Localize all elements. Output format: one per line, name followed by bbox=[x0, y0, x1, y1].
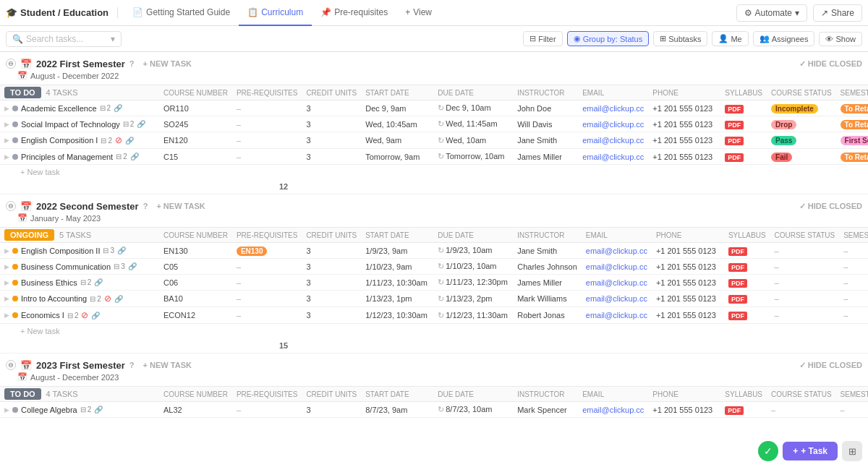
semester-3-hide-closed[interactable]: ✓ HIDE CLOSED bbox=[799, 361, 862, 370]
semester-2-section: ⊖ 📅 2022 Second Semester ? + NEW TASK ✓ … bbox=[0, 194, 868, 354]
me-button[interactable]: 👤 Me bbox=[712, 31, 748, 46]
me-icon: 👤 bbox=[718, 34, 728, 43]
expand-icon[interactable]: ▶ bbox=[4, 406, 9, 414]
assignees-button[interactable]: 👥 Assignees bbox=[753, 31, 815, 46]
app-title: 🎓 Student / Education bbox=[6, 7, 118, 18]
syllabus: PDF bbox=[720, 116, 767, 132]
expand-icon[interactable]: ▶ bbox=[4, 121, 9, 128]
task-name[interactable]: Social Impact of Technology bbox=[21, 120, 120, 129]
automate-button[interactable]: ⚙ Automate ▾ bbox=[736, 4, 807, 22]
expand-icon[interactable]: ▶ bbox=[4, 105, 9, 112]
col-phone-header: PHONE bbox=[648, 85, 720, 100]
filter-button[interactable]: ⊟ Filter bbox=[523, 31, 562, 46]
due-date: ↻1/9/23, 10am bbox=[433, 243, 513, 259]
chevron-down-icon: ▾ bbox=[111, 34, 115, 44]
syllabus: PDF bbox=[724, 291, 770, 307]
prereq-icon: 📌 bbox=[320, 7, 331, 17]
calendar-icon: 📅 bbox=[20, 59, 32, 69]
expand-icon[interactable]: ▶ bbox=[4, 312, 9, 319]
email: email@clickup.cc bbox=[578, 100, 648, 116]
link-icon: 🔗 bbox=[125, 137, 134, 145]
tab-prerequisites[interactable]: 📌 Pre-requisites bbox=[312, 0, 396, 26]
course-number: C06 bbox=[159, 275, 232, 291]
search-box[interactable]: 🔍 Search tasks... ▾ bbox=[6, 31, 122, 47]
pdf-icon[interactable]: PDF bbox=[725, 406, 744, 415]
pdf-icon[interactable]: PDF bbox=[725, 137, 744, 145]
subtask-count: ⊟2 bbox=[90, 295, 101, 303]
semester-2-toggle[interactable]: ⊖ bbox=[6, 201, 16, 211]
task-name[interactable]: Principles of Management bbox=[21, 153, 113, 161]
pdf-icon[interactable]: PDF bbox=[728, 279, 747, 288]
semester-2-title: 2022 Second Semester bbox=[36, 201, 139, 212]
pdf-icon[interactable]: PDF bbox=[728, 295, 747, 304]
expand-icon[interactable]: ▶ bbox=[4, 279, 9, 286]
semester-3-toggle[interactable]: ⊖ bbox=[6, 360, 16, 370]
semester-3-table: TO DO 4 TASKS COURSE NUMBER PRE-REQUISIT… bbox=[0, 386, 868, 418]
pdf-icon[interactable]: PDF bbox=[725, 121, 744, 129]
semester-1-toggle[interactable]: ⊖ bbox=[6, 59, 16, 69]
email: email@clickup.cc bbox=[578, 116, 648, 132]
credit-units: 3 bbox=[302, 307, 361, 324]
subtask-count: ⊟3 bbox=[103, 247, 114, 254]
task-name[interactable]: Academic Excellence bbox=[21, 104, 97, 113]
semester-3-new-task[interactable]: + NEW TASK bbox=[139, 359, 196, 371]
help-icon-2: ? bbox=[143, 202, 148, 210]
pdf-icon[interactable]: PDF bbox=[728, 312, 747, 320]
credit-units: 3 bbox=[302, 243, 361, 259]
task-name[interactable]: Business Communication bbox=[21, 262, 111, 271]
subtask-icon: ⊟ bbox=[103, 247, 109, 254]
subtasks-button[interactable]: ⊞ Subtasks bbox=[653, 31, 707, 46]
semester-1-hide-closed[interactable]: ✓ HIDE CLOSED bbox=[799, 59, 862, 69]
pdf-icon[interactable]: PDF bbox=[725, 153, 744, 162]
check-icon-3: ✓ bbox=[799, 361, 806, 370]
semester-2-hide-closed[interactable]: ✓ HIDE CLOSED bbox=[799, 202, 862, 211]
semester-1-new-task[interactable]: + NEW TASK bbox=[139, 58, 196, 69]
task-name[interactable]: Intro to Accounting bbox=[21, 294, 87, 303]
sem-completion: – bbox=[839, 243, 868, 259]
credit-units: 3 bbox=[302, 132, 361, 149]
group-by-button[interactable]: ◉ Group by: Status bbox=[567, 31, 650, 46]
pdf-icon[interactable]: PDF bbox=[728, 263, 747, 272]
task-name[interactable]: Economics I bbox=[21, 311, 64, 320]
expand-icon[interactable]: ▶ bbox=[4, 137, 9, 144]
task-name[interactable]: English Composition I bbox=[21, 136, 98, 145]
semester-2-new-task[interactable]: + NEW TASK bbox=[152, 200, 209, 212]
table-row: ▶ Business Communication ⊟3 🔗 C05 – 3 1/… bbox=[0, 259, 868, 275]
start-date: 1/10/23, 9am bbox=[361, 259, 433, 275]
col-syllabus-header: SYLLABUS bbox=[720, 85, 767, 100]
sem-completion: To Retake bbox=[836, 149, 868, 165]
pdf-icon[interactable]: PDF bbox=[725, 105, 744, 113]
sem-completion: – bbox=[839, 259, 868, 275]
course-number: AL32 bbox=[159, 402, 232, 418]
expand-icon[interactable]: ▶ bbox=[4, 263, 9, 270]
show-button[interactable]: 👁 Show bbox=[819, 32, 862, 46]
tab-view[interactable]: + View bbox=[396, 0, 441, 26]
tab-curriculum[interactable]: 📋 Curriculum bbox=[239, 0, 312, 26]
due-date: ↻1/10/23, 10am bbox=[433, 259, 513, 275]
add-task-button[interactable]: + + Task bbox=[783, 442, 838, 460]
semester-1-add-task[interactable]: + New task bbox=[0, 165, 868, 179]
prerequisite: – bbox=[232, 116, 302, 132]
instructor: Charles Johnson bbox=[513, 259, 582, 275]
add-view-icon: + bbox=[405, 7, 410, 17]
credit-units: 3 bbox=[302, 402, 361, 418]
expand-icon[interactable]: ▶ bbox=[4, 153, 9, 160]
instructor: Jane Smith bbox=[513, 243, 582, 259]
col-credits-header: CREDIT UNITS bbox=[302, 85, 361, 100]
help-icon-3: ? bbox=[129, 361, 135, 369]
grid-view-button[interactable]: ⊞ bbox=[842, 441, 862, 461]
expand-icon[interactable]: ▶ bbox=[4, 247, 9, 254]
share-button[interactable]: ↗ Share bbox=[813, 4, 862, 22]
due-date: ↻Wed, 11:45am bbox=[433, 116, 513, 132]
instructor: James Miller bbox=[513, 275, 582, 291]
tab-getting-started[interactable]: 📄 Getting Started Guide bbox=[124, 0, 239, 26]
task-name[interactable]: English Composition II bbox=[21, 247, 100, 255]
course-status: – bbox=[767, 402, 836, 418]
semester-2-total: 15 bbox=[0, 338, 868, 354]
semester-2-table: ONGOING 5 TASKS COURSE NUMBER PRE-REQUIS… bbox=[0, 227, 868, 324]
semester-2-add-task[interactable]: + New task bbox=[0, 324, 868, 338]
task-name[interactable]: College Algebra bbox=[21, 406, 77, 414]
pdf-icon[interactable]: PDF bbox=[728, 247, 747, 256]
expand-icon[interactable]: ▶ bbox=[4, 295, 9, 302]
task-name[interactable]: Business Ethics bbox=[21, 278, 77, 287]
